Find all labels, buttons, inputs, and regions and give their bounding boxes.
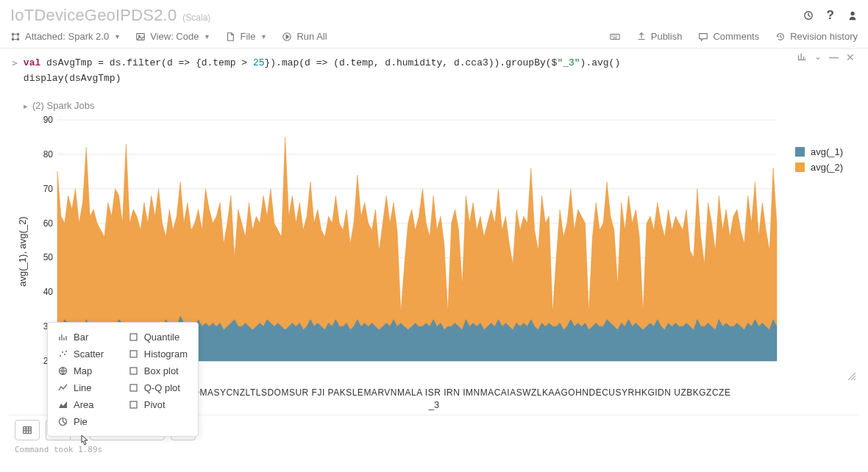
chart-type-pie[interactable]: Pie: [52, 413, 121, 430]
notebook-header: IoTDeviceGeoIPDS2.0 (Scala) ?: [0, 0, 868, 28]
legend-swatch-1: [795, 147, 805, 157]
quantile-icon: [129, 332, 138, 342]
publish-button[interactable]: Publish: [636, 31, 683, 42]
cluster-icon: [10, 32, 21, 42]
notebook-subtitle: (Scala): [182, 12, 210, 23]
notebook-toolbar: Attached: Spark 2.0 View: Code File Run …: [0, 28, 868, 49]
chevron-down-icon[interactable]: ⌄: [814, 51, 822, 63]
publish-icon: [636, 32, 647, 42]
chart-type-boxplot[interactable]: Box plot: [123, 362, 193, 379]
pie-icon: [58, 417, 68, 426]
chart-type-map[interactable]: Map: [52, 362, 121, 379]
svg-point-1: [850, 12, 854, 15]
svg-rect-34: [130, 368, 137, 374]
legend-item[interactable]: avg(_2): [795, 162, 843, 173]
legend-item[interactable]: avg(_1): [795, 146, 843, 157]
map-icon: [58, 366, 68, 376]
attached-cluster-dropdown[interactable]: Attached: Spark 2.0: [10, 31, 119, 42]
image-icon: [135, 32, 146, 42]
legend-swatch-2: [795, 162, 805, 172]
input-prompt-caret: >: [12, 56, 18, 71]
chart-type-icon[interactable]: [797, 51, 807, 63]
svg-text:60: 60: [43, 218, 54, 228]
svg-rect-37: [24, 426, 32, 433]
revision-label: Revision history: [790, 31, 858, 42]
code-editor[interactable]: val dsAvgTmp = ds.filter(d => {d.temp > …: [24, 56, 620, 87]
keyboard-icon[interactable]: [610, 32, 620, 42]
history-icon: [775, 32, 786, 42]
revision-history-button[interactable]: Revision history: [775, 31, 858, 42]
svg-text:50: 50: [43, 252, 54, 262]
chart-legend: avg(_1) avg(_2): [795, 146, 843, 177]
chart-type-menu: Bar Scatter Map Line Area Pie Quantile: [47, 322, 199, 437]
user-icon[interactable]: [847, 10, 858, 21]
table-view-button[interactable]: [15, 420, 40, 440]
chart-type-scatter[interactable]: Scatter: [52, 346, 121, 362]
attached-cluster-label: Attached: Spark 2.0: [25, 31, 109, 42]
pivot-icon: [129, 400, 138, 410]
spark-jobs-toggle[interactable]: (2) Spark Jobs: [24, 100, 856, 111]
svg-point-27: [62, 351, 63, 353]
bar-icon: [58, 332, 68, 342]
command-status: Command took 1.89s: [0, 442, 868, 457]
svg-text:40: 40: [43, 287, 54, 297]
schedule-icon[interactable]: [803, 10, 814, 21]
chart-type-histogram[interactable]: Histogram: [123, 346, 193, 362]
svg-rect-32: [130, 334, 137, 340]
run-all-button[interactable]: Run All: [282, 31, 327, 42]
svg-text:70: 70: [43, 183, 54, 193]
area-icon: [58, 400, 68, 410]
y-axis-label: avg(_1), avg(_2): [17, 216, 28, 286]
svg-rect-35: [130, 385, 137, 391]
run-all-label: Run All: [296, 31, 327, 42]
file-menu-dropdown[interactable]: File: [225, 31, 266, 42]
svg-rect-33: [130, 351, 137, 357]
chart-type-line[interactable]: Line: [52, 379, 121, 396]
legend-label: avg(_2): [811, 162, 843, 173]
notebook-title[interactable]: IoTDeviceGeoIPDS2.0: [10, 6, 177, 25]
comment-icon: [698, 32, 708, 42]
help-icon[interactable]: ?: [827, 8, 834, 23]
chart-type-area[interactable]: Area: [52, 396, 121, 413]
scatter-icon: [58, 349, 68, 359]
svg-point-26: [60, 355, 61, 357]
boxplot-icon: [129, 366, 138, 376]
publish-label: Publish: [651, 31, 683, 42]
line-icon: [58, 383, 68, 393]
svg-point-28: [64, 354, 65, 355]
chart-type-qqplot[interactable]: Q-Q plot: [123, 379, 193, 396]
chart-type-bar[interactable]: Bar: [52, 329, 121, 346]
chart-type-pivot[interactable]: Pivot: [123, 396, 193, 413]
comments-button[interactable]: Comments: [698, 31, 759, 42]
legend-label: avg(_1): [811, 146, 843, 157]
minimize-icon[interactable]: —: [829, 51, 839, 63]
file-icon: [225, 32, 235, 42]
play-icon: [282, 32, 292, 42]
chart-type-quantile[interactable]: Quantile: [123, 329, 193, 346]
view-mode-dropdown[interactable]: View: Code: [135, 31, 209, 42]
comments-label: Comments: [713, 31, 759, 42]
svg-rect-36: [130, 401, 137, 408]
histogram-icon: [129, 349, 138, 359]
view-mode-label: View: Code: [150, 31, 199, 42]
svg-text:90: 90: [43, 115, 54, 125]
file-menu-label: File: [240, 31, 255, 42]
svg-text:80: 80: [43, 149, 54, 159]
svg-point-29: [65, 351, 67, 352]
table-icon: [22, 425, 32, 435]
qqplot-icon: [129, 383, 138, 393]
resize-handle-icon[interactable]: [846, 371, 856, 381]
close-icon[interactable]: ✕: [846, 51, 855, 63]
